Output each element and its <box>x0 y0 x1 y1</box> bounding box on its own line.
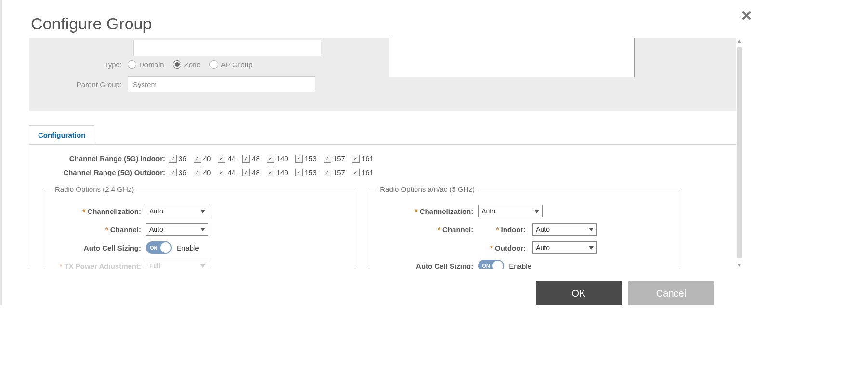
dialog-body: Type: Domain Zone AP Group <box>29 38 743 269</box>
chevron-down-icon <box>589 246 594 250</box>
configuration-tab-content: Channel Range (5G) Indoor: ✓36 ✓40 ✓44 ✓… <box>29 145 736 269</box>
auto-cell-5-label: Auto Cell Sizing: <box>377 262 478 269</box>
switch-knob <box>492 261 503 269</box>
chevron-down-icon <box>200 228 205 231</box>
cancel-button[interactable]: Cancel <box>628 281 714 305</box>
cb-indoor-153[interactable]: ✓153 <box>295 154 317 163</box>
cb-outdoor-149[interactable]: ✓149 <box>267 168 288 176</box>
scrollbar[interactable]: ▲ ▼ <box>736 38 743 269</box>
type-radio-ap-group[interactable]: AP Group <box>209 60 253 69</box>
channel-range-outdoor-checks: ✓36 ✓40 ✓44 ✓48 ✓149 ✓153 ✓157 ✓161 <box>169 168 374 176</box>
scroll-up-icon[interactable]: ▲ <box>736 38 743 45</box>
channel-5-label: Channel: <box>377 226 478 234</box>
radio-label: Zone <box>184 61 201 69</box>
channelization-24-select[interactable]: Auto <box>146 205 208 217</box>
cb-outdoor-36[interactable]: ✓36 <box>169 168 187 176</box>
auto-cell-5-enable: Enable <box>509 262 531 269</box>
cb-outdoor-44[interactable]: ✓44 <box>218 168 235 176</box>
radio-5-fieldset: Radio Options a/n/ac (5 GHz) Channelizat… <box>369 190 680 269</box>
tree-select-box[interactable] <box>389 38 635 77</box>
cb-outdoor-157[interactable]: ✓157 <box>324 168 345 176</box>
outdoor-5-select[interactable]: Auto <box>532 241 597 254</box>
cb-indoor-161[interactable]: ✓161 <box>352 154 374 163</box>
general-panel: Type: Domain Zone AP Group <box>29 38 736 111</box>
chevron-down-icon <box>200 264 205 268</box>
chevron-down-icon <box>200 210 205 213</box>
type-radio-zone[interactable]: Zone <box>173 60 201 69</box>
cb-indoor-157[interactable]: ✓157 <box>324 154 345 163</box>
parent-group-label: Parent Group: <box>39 80 128 88</box>
radio-24-legend: Radio Options (2.4 GHz) <box>51 185 138 193</box>
chevron-down-icon <box>534 210 539 213</box>
auto-cell-24-switch[interactable]: ON <box>146 241 172 254</box>
tabs-container: Configuration Channel Range (5G) Indoor:… <box>29 144 736 269</box>
cb-outdoor-161[interactable]: ✓161 <box>352 168 374 176</box>
configure-group-dialog: ✕ Configure Group Type: Domain Zone <box>0 0 748 305</box>
cb-outdoor-153[interactable]: ✓153 <box>295 168 317 176</box>
txpower-24-label: TX Power Adjustment: <box>52 262 146 269</box>
cb-indoor-48[interactable]: ✓48 <box>242 154 260 163</box>
channel-range-indoor-checks: ✓36 ✓40 ✓44 ✓48 ✓149 ✓153 ✓157 ✓161 <box>169 154 374 163</box>
dialog-title: Configure Group <box>7 0 743 38</box>
channel-24-label: Channel: <box>52 226 146 234</box>
channelization-24-label: Channelization: <box>52 207 146 215</box>
ok-button[interactable]: OK <box>536 281 622 305</box>
channelization-5-label: Channelization: <box>377 207 478 215</box>
radio-5-legend: Radio Options a/n/ac (5 GHz) <box>376 185 479 193</box>
scroll-down-icon[interactable]: ▼ <box>736 262 743 269</box>
channel-24-select[interactable]: Auto <box>146 223 208 236</box>
radio-icon <box>209 60 218 69</box>
cb-outdoor-40[interactable]: ✓40 <box>194 168 211 176</box>
auto-cell-24-enable: Enable <box>177 244 199 252</box>
radio-icon <box>128 60 136 69</box>
scroll-thumb[interactable] <box>737 47 742 258</box>
radio-24-fieldset: Radio Options (2.4 GHz) Channelization: … <box>44 190 355 269</box>
auto-cell-5-switch[interactable]: ON <box>478 260 504 269</box>
radio-label: Domain <box>139 61 164 69</box>
tab-configuration[interactable]: Configuration <box>29 125 94 144</box>
type-label: Type: <box>39 61 128 69</box>
cb-indoor-36[interactable]: ✓36 <box>169 154 187 163</box>
cb-outdoor-48[interactable]: ✓48 <box>242 168 260 176</box>
txpower-24-select: Full <box>146 260 208 269</box>
indoor-5-select[interactable]: Auto <box>532 223 597 236</box>
parent-group-input[interactable]: System <box>128 76 315 92</box>
radio-label: AP Group <box>221 61 253 69</box>
channel-range-indoor-label: Channel Range (5G) Indoor: <box>44 154 169 163</box>
channel-range-outdoor-label: Channel Range (5G) Outdoor: <box>44 168 169 176</box>
dialog-footer: OK Cancel <box>7 269 743 305</box>
cb-indoor-44[interactable]: ✓44 <box>218 154 235 163</box>
cb-indoor-149[interactable]: ✓149 <box>267 154 288 163</box>
cb-indoor-40[interactable]: ✓40 <box>194 154 211 163</box>
channelization-5-select[interactable]: Auto <box>478 205 543 217</box>
name-input[interactable] <box>133 40 321 56</box>
auto-cell-24-label: Auto Cell Sizing: <box>52 244 146 252</box>
switch-knob <box>160 242 171 253</box>
type-radio-group: Domain Zone AP Group <box>128 60 253 69</box>
type-radio-domain[interactable]: Domain <box>128 60 164 69</box>
close-icon[interactable]: ✕ <box>740 9 752 23</box>
outdoor-5-label: Outdoor: <box>489 244 530 252</box>
indoor-5-label: Indoor: <box>489 226 530 234</box>
chevron-down-icon <box>589 228 594 231</box>
radio-icon <box>173 60 181 69</box>
